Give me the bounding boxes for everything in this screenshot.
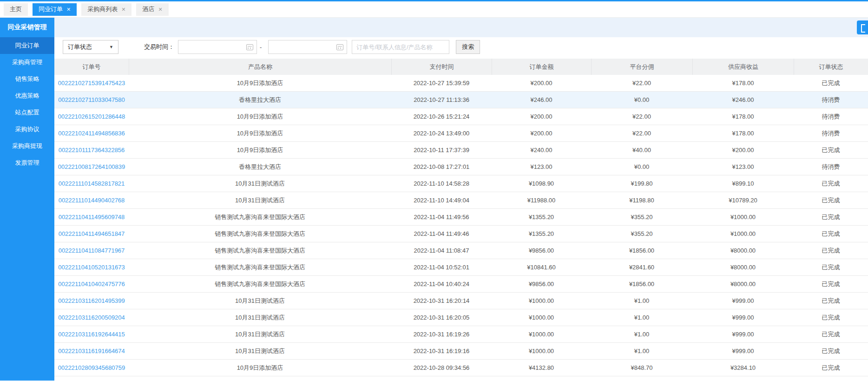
- tab-3[interactable]: 酒店✕: [136, 3, 168, 16]
- cell-order_no: 00222102615201286448: [54, 108, 129, 125]
- order-number-link[interactable]: 00222102715391475423: [58, 80, 125, 87]
- order-number-link[interactable]: 00222110411495609748: [59, 214, 125, 221]
- order-number-link[interactable]: 00222103116191664674: [58, 348, 125, 354]
- cell-paid_time: 2022-10-11 17:37:39: [391, 142, 492, 158]
- close-icon[interactable]: ✕: [121, 7, 125, 12]
- sidebar-item-优惠策略[interactable]: 优惠策略: [0, 87, 54, 104]
- cell-supplier_income: ¥8000.00: [692, 242, 794, 259]
- cell-paid_time: 2022-11-04 11:49:56: [391, 209, 492, 225]
- cell-amount: ¥4132.80: [492, 360, 591, 376]
- close-icon[interactable]: ✕: [66, 7, 71, 12]
- sidebar: 同业采销管理 同业订单采购商管理销售策略优惠策略站点配置采购协议采购商提现发票管…: [0, 18, 54, 381]
- sidebar-item-采购商管理[interactable]: 采购商管理: [0, 54, 54, 71]
- cell-supplier_income: ¥10789.20: [692, 192, 794, 208]
- cell-commission: ¥355.20: [591, 226, 692, 242]
- cell-status: 已完成: [794, 259, 868, 275]
- cell-status: 已完成: [794, 326, 868, 342]
- order-number-link[interactable]: 00222100817264100839: [58, 163, 125, 170]
- cell-status: 待消费: [794, 92, 868, 108]
- date-range-separator: -: [260, 44, 262, 51]
- cell-order_no: 00222100817264100839: [54, 159, 129, 175]
- cell-order_no: 00222110410520131673: [54, 259, 129, 275]
- tab-0[interactable]: 主页: [4, 3, 28, 16]
- cell-order_no: 00222103116191664674: [54, 343, 129, 359]
- cell-paid_time: 2022-11-10 14:49:04: [391, 192, 492, 208]
- corner-action-button[interactable]: [857, 20, 868, 34]
- order-number-link[interactable]: 00222102615201286448: [58, 113, 125, 120]
- tab-1[interactable]: 同业订单✕: [33, 3, 77, 16]
- tab-2[interactable]: 采购商列表✕: [81, 3, 132, 16]
- column-header: 订单号: [54, 59, 129, 75]
- cell-paid_time: 2022-10-24 13:49:00: [391, 125, 492, 141]
- cell-paid_time: 2022-11-04 11:08:47: [391, 242, 492, 259]
- cell-commission: ¥1856.00: [591, 242, 692, 259]
- cell-status: 待消费: [794, 159, 868, 175]
- cell-supplier_income: ¥8000.00: [692, 276, 794, 292]
- cell-product: 销售测试九寨沟喜来登国际大酒店: [129, 226, 391, 242]
- order-number-link[interactable]: 00222103116201495399: [58, 297, 125, 304]
- order-number-link[interactable]: 00222101117364322856: [59, 147, 125, 154]
- cell-product: 10月31日测试酒店: [129, 175, 391, 192]
- cell-commission: ¥22.00: [591, 125, 692, 141]
- cell-amount: ¥1098.90: [492, 175, 591, 192]
- date-to-input[interactable]: [268, 40, 347, 54]
- cell-paid_time: 2022-11-04 10:52:01: [391, 259, 492, 275]
- cell-amount: ¥1000.00: [492, 309, 591, 326]
- order-number-link[interactable]: 00222102809345680759: [58, 364, 125, 371]
- cell-commission: ¥1.00: [591, 326, 692, 342]
- order-number-link[interactable]: 00222110411494651847: [59, 230, 125, 237]
- cell-order_no: 00222110411495609748: [54, 209, 129, 225]
- order-number-link[interactable]: 00222111014582817821: [59, 180, 125, 187]
- cell-product: 10月31日测试酒店: [129, 309, 391, 326]
- sidebar-item-站点配置[interactable]: 站点配置: [0, 104, 54, 121]
- table-row: 00222102711033047580香格里拉大酒店2022-10-27 11…: [54, 92, 868, 108]
- cell-order_no: 00222111014490402768: [54, 192, 129, 208]
- sidebar-item-采购商提现[interactable]: 采购商提现: [0, 138, 54, 154]
- cell-paid_time: 2022-10-26 15:21:24: [391, 108, 492, 125]
- sidebar-item-同业订单[interactable]: 同业订单: [0, 37, 54, 54]
- cell-status: 已完成: [794, 309, 868, 326]
- cell-paid_time: 2022-10-31 16:19:26: [391, 326, 492, 342]
- cell-status: 已完成: [794, 75, 868, 91]
- order-number-link[interactable]: 00222102411494856836: [58, 130, 125, 137]
- order-status-select[interactable]: 订单状态 ▼: [63, 40, 118, 54]
- cell-amount: ¥1000.00: [492, 293, 591, 309]
- cell-commission: ¥2841.60: [591, 259, 692, 275]
- cell-product: 香格里拉大酒店: [129, 159, 391, 175]
- cell-product: 香格里拉大酒店: [129, 92, 391, 108]
- sidebar-item-销售策略[interactable]: 销售策略: [0, 71, 54, 87]
- calendar-icon: [336, 44, 343, 50]
- date-range-label: 交易时间：: [144, 43, 174, 51]
- column-header: 支付时间: [391, 59, 492, 75]
- order-number-link[interactable]: 00222103116200509204: [58, 314, 125, 321]
- cell-supplier_income: ¥200.00: [692, 142, 794, 158]
- keyword-search-input[interactable]: [352, 40, 449, 54]
- order-number-link[interactable]: 00222110410520131673: [58, 264, 125, 271]
- cell-order_no: 00222102715391475423: [54, 75, 129, 91]
- order-number-link[interactable]: 00222102711033047580: [58, 96, 125, 103]
- cell-product: 销售测试九寨沟喜来登国际大酒店: [129, 276, 391, 292]
- order-number-link[interactable]: 00222110411084771967: [59, 247, 125, 254]
- cell-commission: ¥1856.00: [591, 276, 692, 292]
- order-number-link[interactable]: 00222111014490402768: [59, 197, 125, 204]
- cell-order_no: 00222102717574101826: [54, 376, 129, 381]
- close-icon[interactable]: ✕: [158, 7, 162, 12]
- cell-supplier_income: ¥178.00: [692, 125, 794, 141]
- cell-order_no: 00222110411084771967: [54, 242, 129, 259]
- order-number-link[interactable]: 00222110410402475776: [58, 281, 125, 287]
- cell-order_no: 00222102711033047580: [54, 92, 129, 108]
- search-button[interactable]: 搜索: [456, 40, 480, 54]
- date-from-input[interactable]: [178, 40, 257, 54]
- cell-status: 已完成: [794, 360, 868, 376]
- cell-paid_time: 2022-10-31 16:20:05: [391, 309, 492, 326]
- sidebar-item-发票管理[interactable]: 发票管理: [0, 154, 54, 171]
- table-row: 00222100817264100839香格里拉大酒店2022-10-08 17…: [54, 159, 868, 175]
- table-row: 0022211101458281782110月31日测试酒店2022-11-10…: [54, 175, 868, 192]
- calendar-icon: [246, 44, 253, 50]
- sidebar-item-采购协议[interactable]: 采购协议: [0, 121, 54, 138]
- cell-commission: ¥199.80: [591, 175, 692, 192]
- order-number-link[interactable]: 00222103116192644415: [58, 331, 125, 338]
- cell-commission: ¥1198.80: [591, 192, 692, 208]
- cell-order_no: 00222102809345680759: [54, 360, 129, 376]
- filter-bar: 订单状态 ▼ 交易时间： - 搜索: [54, 37, 868, 57]
